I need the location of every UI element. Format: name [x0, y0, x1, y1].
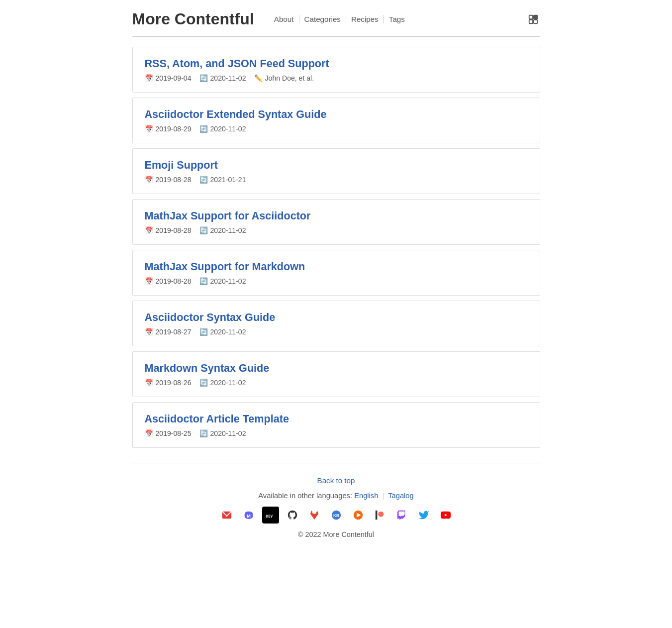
updated-date: 🔄2020-11-02	[199, 429, 246, 437]
social-icons: M DEV KB	[132, 507, 540, 523]
peertube-icon[interactable]	[350, 507, 367, 523]
mastodon-icon[interactable]: M	[240, 507, 257, 523]
refresh-icon: 🔄	[199, 74, 208, 82]
svg-rect-2	[529, 19, 532, 23]
updated-date: 🔄2020-11-02	[199, 328, 246, 336]
refresh-icon: 🔄	[199, 379, 208, 387]
back-to-top-link[interactable]: Back to top	[132, 476, 540, 485]
article-card: Markdown Syntax Guide📅2019-08-26🔄2020-11…	[132, 351, 540, 397]
article-card: MathJax Support for Markdown📅2019-08-28🔄…	[132, 250, 540, 296]
nav-item-about[interactable]: About	[269, 15, 299, 23]
updated-date: 🔄2020-11-02	[199, 379, 246, 387]
refresh-icon: 🔄	[199, 176, 208, 184]
copyright-text: © 2022 More Contentful	[132, 530, 540, 538]
article-card: Emoji Support📅2019-08-28🔄2021-01-21	[132, 148, 540, 194]
refresh-icon: 🔄	[199, 429, 208, 437]
svg-rect-15	[402, 513, 403, 515]
keybase-icon[interactable]: KB	[328, 507, 345, 523]
author-icon: ✏️	[254, 74, 263, 82]
author: ✏️John Doe, et al.	[254, 74, 314, 82]
youtube-icon[interactable]	[437, 507, 454, 523]
svg-rect-0	[529, 15, 532, 18]
article-card: Asciidoctor Article Template📅2019-08-25🔄…	[132, 402, 540, 448]
languages-label: Available in other languages:	[258, 492, 352, 500]
patreon-icon[interactable]	[372, 507, 388, 523]
devto-icon[interactable]: DEV	[262, 507, 279, 523]
nav-item-categories[interactable]: Categories	[299, 15, 346, 23]
main-nav: AboutCategoriesRecipesTags	[269, 15, 410, 23]
refresh-icon: 🔄	[199, 328, 208, 336]
calendar-icon: 📅	[145, 277, 153, 285]
article-title[interactable]: Asciidoctor Extended Syntax Guide	[145, 108, 528, 121]
article-meta: 📅2019-08-27🔄2020-11-02	[145, 328, 528, 336]
calendar-icon: 📅	[145, 74, 153, 82]
svg-text:M: M	[247, 514, 251, 519]
languages-line: Available in other languages: English | …	[132, 492, 540, 500]
updated-date: 🔄2020-11-02	[199, 277, 246, 285]
footer: Back to top Available in other languages…	[132, 471, 540, 543]
updated-date: 🔄2020-11-02	[199, 125, 246, 133]
created-date: 📅2019-08-29	[145, 125, 192, 133]
article-title[interactable]: Asciidoctor Article Template	[145, 413, 528, 425]
created-date: 📅2019-08-26	[145, 379, 192, 387]
calendar-icon: 📅	[145, 176, 153, 184]
theme-toggle-button[interactable]	[526, 12, 540, 26]
article-meta: 📅2019-08-26🔄2020-11-02	[145, 379, 528, 387]
svg-rect-3	[533, 19, 537, 23]
gitlab-icon[interactable]	[306, 507, 323, 523]
article-meta: 📅2019-08-29🔄2020-11-02	[145, 125, 528, 133]
article-title[interactable]: Asciidoctor Syntax Guide	[145, 311, 528, 324]
lang-divider: |	[383, 492, 384, 500]
article-title[interactable]: Markdown Syntax Guide	[145, 362, 528, 375]
calendar-icon: 📅	[145, 226, 153, 234]
svg-text:DEV: DEV	[266, 514, 273, 519]
created-date: 📅2019-09-04	[145, 74, 192, 82]
nav-item-recipes[interactable]: Recipes	[346, 15, 384, 23]
article-title[interactable]: RSS, Atom, and JSON Feed Support	[145, 57, 528, 70]
nav-item-tags[interactable]: Tags	[384, 15, 410, 23]
article-card: RSS, Atom, and JSON Feed Support📅2019-09…	[132, 47, 540, 93]
svg-rect-1	[533, 15, 537, 18]
calendar-icon: 📅	[145, 379, 153, 387]
twitter-icon[interactable]	[415, 507, 432, 523]
created-date: 📅2019-08-27	[145, 328, 192, 336]
svg-point-12	[378, 512, 384, 517]
article-title[interactable]: Emoji Support	[145, 159, 528, 172]
site-title[interactable]: More Contentful	[132, 10, 254, 28]
calendar-icon: 📅	[145, 429, 153, 437]
updated-date: 🔄2021-01-21	[199, 176, 246, 184]
created-date: 📅2019-08-25	[145, 429, 192, 437]
refresh-icon: 🔄	[199, 277, 208, 285]
article-card: Asciidoctor Extended Syntax Guide📅2019-0…	[132, 98, 540, 143]
article-meta: 📅2019-08-28🔄2020-11-02	[145, 226, 528, 234]
articles-list: RSS, Atom, and JSON Feed Support📅2019-09…	[132, 47, 540, 453]
lang-english[interactable]: English	[354, 492, 378, 500]
article-card: MathJax Support for Asciidoctor📅2019-08-…	[132, 199, 540, 245]
twitch-icon[interactable]	[393, 507, 410, 523]
svg-text:KB: KB	[333, 514, 339, 518]
calendar-icon: 📅	[145, 328, 153, 336]
created-date: 📅2019-08-28	[145, 277, 192, 285]
article-meta: 📅2019-08-28🔄2020-11-02	[145, 277, 528, 285]
calendar-icon: 📅	[145, 125, 153, 133]
lang-tagalog[interactable]: Tagalog	[388, 492, 414, 500]
article-meta: 📅2019-09-04🔄2020-11-02✏️John Doe, et al.	[145, 74, 528, 82]
updated-date: 🔄2020-11-02	[199, 226, 246, 234]
svg-rect-14	[401, 513, 402, 515]
created-date: 📅2019-08-28	[145, 176, 192, 184]
article-card: Asciidoctor Syntax Guide📅2019-08-27🔄2020…	[132, 301, 540, 346]
article-title[interactable]: MathJax Support for Asciidoctor	[145, 209, 528, 222]
email-icon[interactable]	[218, 507, 235, 523]
refresh-icon: 🔄	[199, 125, 208, 133]
updated-date: 🔄2020-11-02	[199, 74, 246, 82]
article-meta: 📅2019-08-25🔄2020-11-02	[145, 429, 528, 437]
article-meta: 📅2019-08-28🔄2021-01-21	[145, 176, 528, 184]
github-icon[interactable]	[284, 507, 301, 523]
refresh-icon: 🔄	[199, 226, 208, 234]
created-date: 📅2019-08-28	[145, 226, 192, 234]
footer-divider	[132, 463, 540, 463]
article-title[interactable]: MathJax Support for Markdown	[145, 260, 528, 273]
svg-rect-13	[375, 511, 377, 520]
